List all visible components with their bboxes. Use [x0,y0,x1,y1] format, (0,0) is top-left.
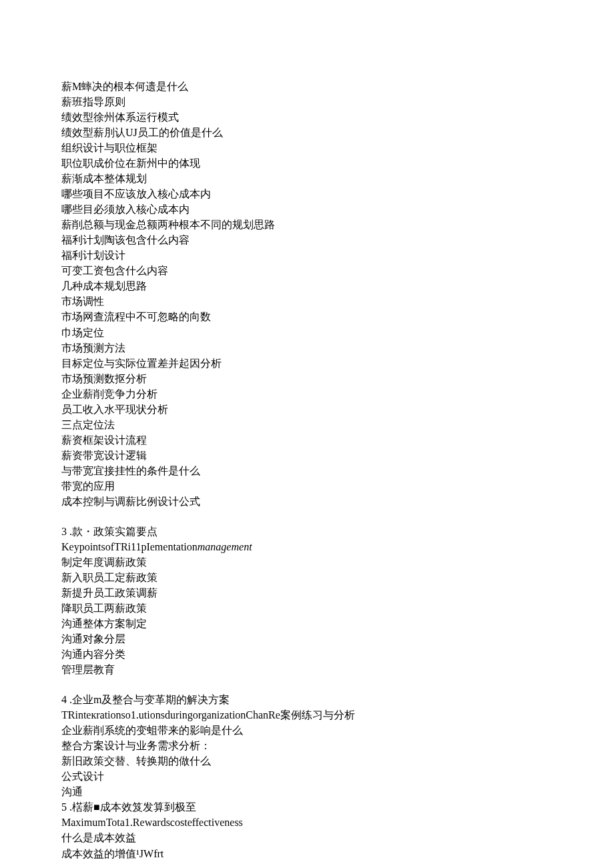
list-item: 哪些目必须放入核心成本内 [61,201,554,217]
list-item: 新提升员工政策调薪 [61,585,554,600]
list-item: 薪班指导原则 [61,94,554,109]
list-item: 福利计划设计 [61,248,554,263]
list-item: 沟通对象分层 [61,631,554,646]
list-item: 市场预测方法 [61,340,554,356]
list-item: 可变工资包含什么内容 [61,263,554,278]
section-4-heading: 4 .企业m及整合与变革期的解决方案 [61,692,554,707]
list-item: 沟通 [61,784,554,799]
list-item: 薪削总额与现金总额两种根本不同的规划思路 [61,217,554,232]
list-item: 薪M蟀决的根本何遗是什么 [61,79,554,94]
document-page: 薪M蟀决的根本何遗是什么 薪班指导原则 绩效型徐州体系运行模式 绩效型薪刖认UJ… [0,0,614,861]
list-item: 管理层教育 [61,662,554,677]
section-3-heading: 3 .款・政策实篇要点 [61,524,554,539]
list-item: TRinteкrationso1.utionsduringorganizatio… [61,707,554,723]
list-item: 福利计划陶该包含什么内容 [61,232,554,248]
list-item: 员工收入水平现状分析 [61,402,554,417]
list-item: 成本效益的增值¹JWfrt [61,846,554,861]
list-item: MaximumTota1.Rewardscosteffectiveness [61,815,554,830]
section-5: 5 .楛薪■成本效笈发算到极至 MaximumTota1.Rewardscost… [61,799,554,861]
list-item: 带宽的应用 [61,478,554,494]
list-item: 新入职员工定薪政策 [61,570,554,585]
section-4: 4 .企业m及整合与变革期的解决方案 TRinteкrationso1.utio… [61,692,554,799]
list-item: 职位职成价位在新州中的体现 [61,155,554,171]
list-item: 公式设计 [61,769,554,784]
list-item: 市场调性 [61,294,554,309]
list-item: 组织设计与职位框架 [61,140,554,155]
list-item: 什么是成本效益 [61,830,554,845]
list-item: 薪渐成本整体规划 [61,171,554,186]
list-item: 三点定位法 [61,417,554,432]
list-item: 新旧政策交替、转换期的做什么 [61,753,554,769]
section-3: 3 .款・政策实篇要点 KeypointsofTRi11pIementation… [61,524,554,677]
section-1-list: 薪M蟀决的根本何遗是什么 薪班指导原则 绩效型徐州体系运行模式 绩效型薪刖认UJ… [61,79,554,509]
list-item: 整合方案设计与业务需求分析： [61,738,554,753]
list-item: 制定年度调薪政策 [61,554,554,570]
list-item: 薪资带宽设计逻辑 [61,448,554,463]
list-item: 几种成本规划思路 [61,278,554,294]
list-item: 沟通整体方案制定 [61,616,554,631]
list-item: 市场预测数抠分析 [61,371,554,386]
list-item: 与带宽宜接挂性的条件是什么 [61,463,554,478]
list-item: 绩效型薪刖认UJ员工的价值是什么 [61,125,554,140]
list-item: 薪资框架设计流程 [61,432,554,448]
list-item: 成本控制与调薪比例设计公式 [61,494,554,509]
section-5-heading: 5 .楛薪■成本效笈发算到极至 [61,799,554,815]
list-item: 市场网查流程中不可忽略的向数 [61,309,554,324]
list-item: 降职员工两薪政策 [61,600,554,616]
en-prefix: KeypointsofTRi11pIementation [61,541,198,552]
en-italic: management [198,541,252,552]
list-item: 企业薪削系统的变蛆带来的影响是什么 [61,723,554,738]
list-item: 哪些项目不应该放入核心成本内 [61,186,554,201]
list-item: 巾场定位 [61,325,554,340]
list-item: 企业薪削竞争力分析 [61,386,554,402]
section-3-en: KeypointsofTRi11pIementationmanagement [61,539,554,554]
list-item: 绩效型徐州体系运行模式 [61,109,554,125]
list-item: 沟通内容分类 [61,646,554,662]
list-item: 目标定位与实际位置差并起因分析 [61,356,554,371]
